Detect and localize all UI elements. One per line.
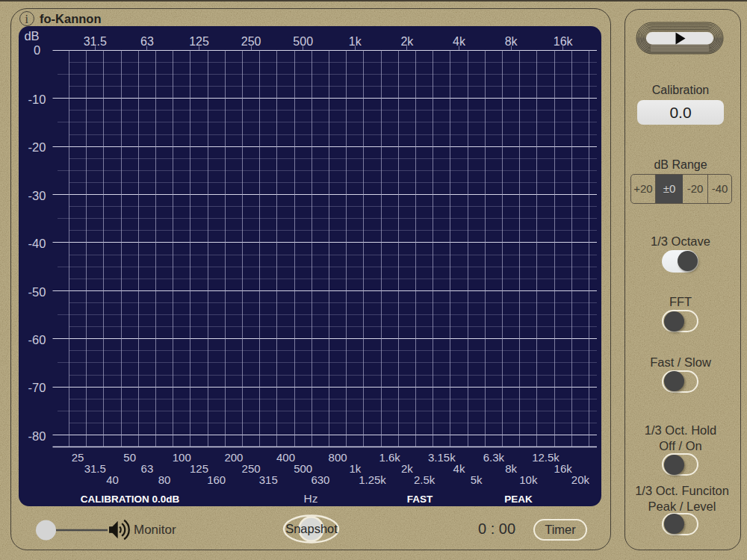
svg-text:40: 40 (106, 473, 119, 486)
svg-text:125: 125 (190, 462, 208, 475)
svg-text:4k: 4k (453, 35, 466, 48)
svg-text:500: 500 (293, 35, 313, 48)
svg-text:dB: dB (24, 29, 39, 43)
svg-text:0: 0 (34, 43, 40, 57)
svg-text:10k: 10k (519, 473, 538, 486)
svg-text:63: 63 (140, 35, 154, 48)
svg-text:3.15k: 3.15k (428, 451, 456, 464)
svg-text:6.3k: 6.3k (483, 451, 505, 464)
svg-text:-60: -60 (28, 333, 46, 346)
svg-text:FAST: FAST (407, 494, 433, 505)
svg-text:-20: -20 (28, 140, 46, 154)
svg-text:1k: 1k (349, 35, 362, 48)
svg-text:250: 250 (241, 35, 261, 48)
svg-text:20k: 20k (571, 473, 590, 486)
svg-text:160: 160 (207, 473, 226, 486)
svg-text:125: 125 (189, 35, 209, 48)
svg-text:250: 250 (242, 462, 261, 475)
svg-text:31.5: 31.5 (84, 35, 107, 48)
svg-text:2k: 2k (400, 35, 414, 48)
svg-text:1.6k: 1.6k (379, 451, 401, 464)
svg-text:16k: 16k (554, 35, 574, 48)
svg-text:200: 200 (224, 451, 243, 464)
svg-text:PEAK: PEAK (504, 494, 533, 505)
svg-text:-80: -80 (28, 429, 46, 443)
svg-text:2k: 2k (401, 462, 413, 475)
svg-text:4k: 4k (453, 462, 465, 475)
svg-text:-70: -70 (28, 381, 46, 394)
svg-text:16k: 16k (554, 462, 573, 475)
svg-text:63: 63 (141, 462, 154, 475)
svg-text:80: 80 (158, 473, 171, 486)
svg-text:-40: -40 (28, 237, 46, 250)
svg-text:400: 400 (276, 451, 295, 464)
svg-text:100: 100 (173, 451, 191, 464)
svg-text:8k: 8k (505, 35, 518, 48)
svg-text:50: 50 (123, 451, 136, 464)
svg-text:1.25k: 1.25k (359, 473, 386, 486)
svg-text:2.5k: 2.5k (414, 473, 436, 486)
svg-text:315: 315 (259, 473, 278, 486)
svg-text:Hz: Hz (304, 492, 318, 505)
svg-text:31.5: 31.5 (84, 462, 106, 475)
svg-text:-50: -50 (28, 285, 46, 299)
svg-text:500: 500 (294, 462, 312, 475)
svg-text:8k: 8k (505, 462, 517, 475)
svg-text:-10: -10 (28, 93, 46, 106)
svg-text:630: 630 (311, 473, 329, 486)
svg-text:800: 800 (329, 451, 347, 464)
svg-text:5k: 5k (471, 473, 483, 486)
svg-text:-30: -30 (28, 189, 46, 202)
svg-text:25: 25 (72, 451, 84, 464)
svg-text:CALIBRATION 0.0dB: CALIBRATION 0.0dB (81, 494, 180, 505)
